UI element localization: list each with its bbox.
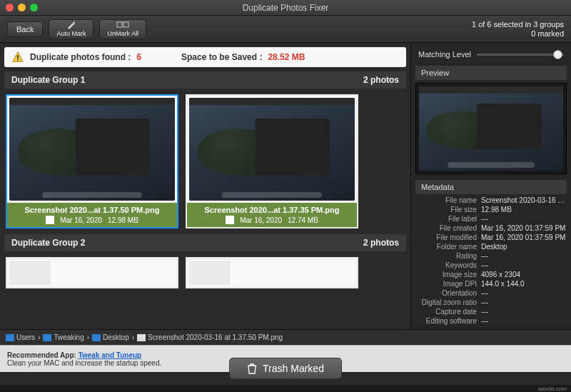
metadata-row: File createdMar 16, 2020 01:37:59 PM	[415, 223, 567, 233]
matching-slider[interactable]	[477, 54, 564, 56]
metadata-key: File modified	[415, 233, 481, 241]
breadcrumb: Users› Tweaking› Desktop› Screenshot 202…	[0, 329, 571, 345]
window-title: Duplicate Photos Fixer	[243, 3, 329, 13]
back-label: Back	[16, 25, 34, 34]
found-label: Duplicate photos found :	[30, 52, 131, 62]
metadata-value: ---	[481, 252, 567, 260]
metadata-row: File modifiedMar 16, 2020 01:37:59 PM	[415, 233, 567, 242]
group-title: Duplicate Group 2	[11, 238, 85, 248]
svg-rect-4	[17, 59, 19, 61]
thumb-date: Mar 16, 2020	[60, 216, 102, 224]
group-count: 2 photos	[363, 238, 399, 248]
selection-status: 1 of 6 selected in 3 groups 0 marked	[472, 20, 564, 39]
metadata-key: Keywords	[415, 261, 481, 269]
thumbnail-card[interactable]: Screenshot 2020...at 1.37.50 PM.png Mar …	[6, 94, 178, 228]
thumbnail-image	[7, 258, 177, 287]
metadata-row: File nameScreenshot 2020-03-16 at 1...	[415, 196, 567, 205]
metadata-row: File label---	[415, 214, 567, 223]
metadata-key: Editing software	[415, 317, 481, 325]
metadata-key: Rating	[415, 252, 481, 260]
thumbnail-card[interactable]	[6, 257, 178, 288]
metadata-value: Mar 16, 2020 01:37:59 PM	[481, 224, 567, 232]
back-button[interactable]: Back	[7, 21, 43, 37]
unmark-all-label: UnMark All	[107, 30, 138, 37]
metadata-value: 4096 x 2304	[481, 271, 567, 278]
metadata-value: ---	[481, 308, 567, 316]
metadata-header: Metadata	[415, 180, 567, 194]
metadata-row: Digital zoom ratio---	[415, 298, 567, 307]
minimize-icon[interactable]	[18, 4, 26, 11]
auto-mark-button[interactable]: Auto Mark	[49, 19, 94, 39]
status-marked: 0 marked	[472, 29, 564, 39]
metadata-key: Orientation	[415, 289, 481, 297]
group-header[interactable]: Duplicate Group 1 2 photos	[4, 71, 406, 89]
thumbnail-image	[187, 96, 357, 203]
thumb-size: 12.98 MB	[108, 216, 138, 224]
slider-thumb[interactable]	[553, 50, 562, 59]
sidebar: Matching Level Preview Metadata File nam…	[410, 43, 571, 329]
close-icon[interactable]	[6, 4, 14, 11]
metadata-list: File nameScreenshot 2020-03-16 at 1...Fi…	[415, 196, 567, 326]
recommended-link[interactable]: Tweak and Tuneup	[79, 351, 142, 359]
auto-mark-label: Auto Mark	[56, 30, 86, 37]
svg-point-0	[74, 21, 75, 23]
fullscreen-icon[interactable]	[30, 4, 38, 11]
metadata-row: Folder nameDesktop	[415, 242, 567, 251]
thumbnail-meta: Screenshot 2020...at 1.37.50 PM.png Mar …	[7, 203, 177, 227]
metadata-row: Rating---	[415, 251, 567, 261]
folder-icon	[43, 334, 51, 341]
mark-checkbox[interactable]	[46, 216, 54, 224]
metadata-row: Orientation---	[415, 288, 567, 298]
metadata-key: File name	[415, 196, 481, 204]
results-panel: Duplicate photos found : 6 Space to be S…	[0, 43, 410, 329]
metadata-value: ---	[481, 298, 567, 306]
watermark: wsxdn.com	[0, 385, 571, 392]
metadata-value: ---	[481, 215, 567, 223]
thumb-filename: Screenshot 2020...at 1.37.35 PM.png	[190, 206, 354, 214]
toolbar: Back Auto Mark UnMark All 1 of 6 selecte…	[0, 16, 571, 43]
thumbnail-card[interactable]: Screenshot 2020...at 1.37.35 PM.png Mar …	[186, 94, 358, 228]
space-value: 28.52 MB	[268, 52, 305, 62]
thumbnail-card[interactable]	[186, 257, 358, 288]
metadata-key: Folder name	[415, 243, 481, 251]
group-thumbnails: Screenshot 2020...at 1.37.50 PM.png Mar …	[4, 93, 406, 230]
svg-rect-2	[123, 22, 128, 27]
metadata-value: ---	[481, 289, 567, 297]
trash-icon	[247, 363, 257, 374]
breadcrumb-segment[interactable]: Screenshot 2020-03-16 at 1.37.50 PM.png	[137, 333, 283, 341]
metadata-row: Editing software---	[415, 316, 567, 326]
thumb-date: Mar 16, 2020	[240, 216, 282, 224]
folder-icon	[6, 334, 14, 341]
summary-notice: Duplicate photos found : 6 Space to be S…	[4, 47, 406, 67]
metadata-value: Mar 16, 2020 01:37:59 PM	[481, 233, 567, 241]
metadata-key: File label	[415, 215, 481, 223]
metadata-value: 12.98 MB	[481, 206, 567, 213]
group-title: Duplicate Group 1	[11, 75, 85, 85]
breadcrumb-segment[interactable]: Desktop	[92, 333, 129, 341]
metadata-key: File size	[415, 206, 481, 213]
group-header[interactable]: Duplicate Group 2 2 photos	[4, 234, 406, 251]
unmark-all-button[interactable]: UnMark All	[99, 19, 146, 39]
found-count: 6	[136, 52, 141, 62]
thumbnail-image	[187, 258, 357, 287]
svg-rect-1	[117, 22, 122, 27]
breadcrumb-segment[interactable]: Users	[6, 333, 35, 341]
warning-icon	[11, 51, 24, 64]
trash-marked-button[interactable]: Trash Marked	[229, 358, 342, 379]
metadata-value: ---	[481, 317, 567, 325]
metadata-value: ---	[481, 261, 567, 269]
metadata-row: File size12.98 MB	[415, 205, 567, 214]
group-thumbnails	[4, 256, 406, 290]
metadata-key: Digital zoom ratio	[415, 298, 481, 306]
mark-checkbox[interactable]	[226, 216, 234, 224]
magic-wand-icon	[66, 21, 76, 29]
breadcrumb-segment[interactable]: Tweaking	[43, 333, 84, 341]
metadata-row: Capture date---	[415, 307, 567, 316]
unmark-icon	[116, 21, 129, 29]
svg-rect-3	[17, 55, 19, 59]
recommended-sub: Clean your MAC and increase the startup …	[7, 359, 161, 367]
metadata-row: Image DPI144.0 x 144.0	[415, 279, 567, 288]
thumbnail-image	[7, 96, 177, 203]
recommended-label: Recommended App:	[7, 351, 76, 359]
thumbnail-meta: Screenshot 2020...at 1.37.35 PM.png Mar …	[187, 203, 357, 227]
